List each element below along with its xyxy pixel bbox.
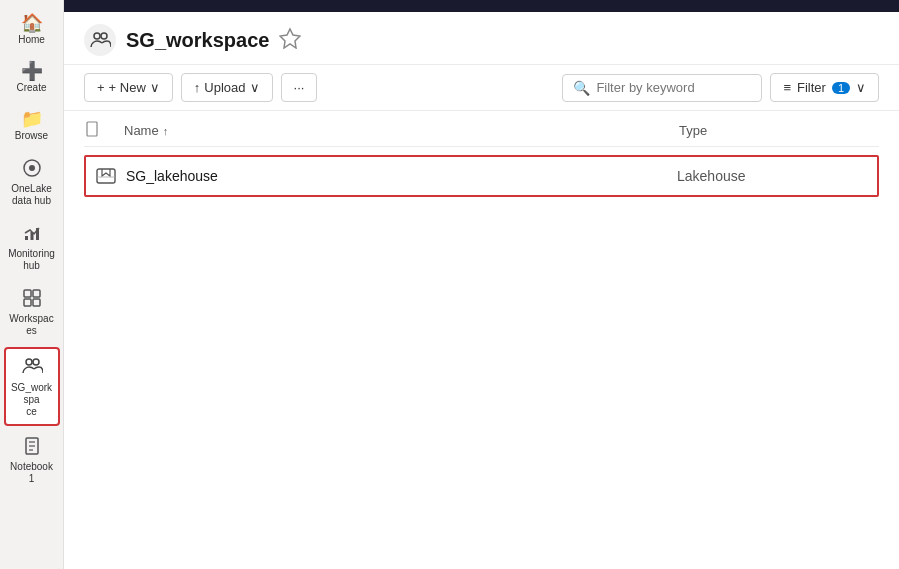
- svg-point-15: [94, 33, 100, 39]
- upload-icon: ↑: [194, 80, 201, 95]
- upload-chevron-icon: ∨: [250, 80, 260, 95]
- row-item-icon: [86, 165, 126, 187]
- filter-count-badge: 1: [832, 82, 850, 94]
- monitoring-icon: [22, 223, 42, 246]
- workspace-badge-icon: [279, 27, 301, 53]
- workspace-header: SG_workspace: [64, 12, 899, 65]
- notebook-icon: [22, 436, 42, 459]
- row-item-type: Lakehouse: [677, 168, 877, 184]
- upload-button[interactable]: ↑ Upload ∨: [181, 73, 273, 102]
- main-content: SG_workspace + + New ∨ ↑ Upload ∨ ··· 🔍 …: [64, 0, 899, 569]
- sidebar-item-onelake[interactable]: OneLakedata hub: [4, 152, 60, 213]
- sidebar-item-monitoring[interactable]: Monitoringhub: [4, 217, 60, 278]
- col-icon-header: [84, 121, 124, 140]
- sidebar-item-label: Workspaces: [8, 313, 56, 337]
- onelake-icon: [22, 158, 42, 181]
- sidebar-item-notebook1[interactable]: Notebook 1: [4, 430, 60, 491]
- browse-icon: 📁: [21, 110, 43, 128]
- create-icon: ➕: [21, 62, 43, 80]
- filter-input-wrap: 🔍: [562, 74, 762, 102]
- workspace-icon: [84, 24, 116, 56]
- plus-icon: +: [97, 80, 105, 95]
- svg-rect-5: [24, 290, 31, 297]
- svg-point-1: [29, 165, 35, 171]
- search-icon: 🔍: [573, 80, 590, 96]
- svg-rect-8: [33, 299, 40, 306]
- top-bar: [64, 0, 899, 12]
- filter-label: Filter: [797, 80, 826, 95]
- sidebar-item-label: Create: [16, 82, 46, 94]
- workspace-title: SG_workspace: [126, 29, 269, 52]
- svg-point-10: [33, 359, 39, 365]
- sort-icon: ↑: [163, 125, 169, 137]
- more-button[interactable]: ···: [281, 73, 318, 102]
- upload-label: Upload: [204, 80, 245, 95]
- home-icon: 🏠: [21, 14, 43, 32]
- sidebar-item-create[interactable]: ➕ Create: [4, 56, 60, 100]
- sidebar-item-label: Browse: [15, 130, 48, 142]
- sidebar-item-label: Home: [18, 34, 45, 46]
- row-item-name: SG_lakehouse: [126, 168, 677, 184]
- sidebar-item-label: SG_workspace: [10, 382, 54, 418]
- new-chevron-icon: ∨: [150, 80, 160, 95]
- new-label: + New: [109, 80, 146, 95]
- filter-icon: ≡: [783, 80, 791, 95]
- svg-point-9: [26, 359, 32, 365]
- sg-workspace-icon: [21, 355, 43, 380]
- sidebar-item-label: Monitoringhub: [8, 248, 55, 272]
- sidebar: 🏠 Home ➕ Create 📁 Browse OneLakedata hub…: [0, 0, 64, 569]
- table-row[interactable]: SG_lakehouse Lakehouse: [84, 155, 879, 197]
- svg-rect-2: [25, 236, 28, 240]
- sidebar-item-sg-workspace[interactable]: SG_workspace: [4, 347, 60, 426]
- filter-chevron-icon: ∨: [856, 80, 866, 95]
- svg-point-16: [101, 33, 107, 39]
- new-button[interactable]: + + New ∨: [84, 73, 173, 102]
- filter-input[interactable]: [596, 80, 751, 95]
- toolbar: + + New ∨ ↑ Upload ∨ ··· 🔍 ≡ Filter 1 ∨: [64, 65, 899, 111]
- col-name-header: Name ↑: [124, 123, 679, 138]
- sidebar-item-label: Notebook 1: [8, 461, 56, 485]
- svg-rect-19: [97, 169, 115, 183]
- sidebar-item-home[interactable]: 🏠 Home: [4, 8, 60, 52]
- content-area: Name ↑ Type SG_lakehouse Lakehouse: [64, 111, 899, 569]
- sidebar-item-browse[interactable]: 📁 Browse: [4, 104, 60, 148]
- sidebar-item-workspaces[interactable]: Workspaces: [4, 282, 60, 343]
- filter-button[interactable]: ≡ Filter 1 ∨: [770, 73, 879, 102]
- svg-rect-6: [33, 290, 40, 297]
- svg-rect-18: [87, 122, 97, 136]
- workspaces-icon: [22, 288, 42, 311]
- svg-marker-17: [280, 29, 300, 48]
- svg-rect-7: [24, 299, 31, 306]
- table-header: Name ↑ Type: [84, 111, 879, 147]
- more-icon: ···: [294, 80, 305, 95]
- sidebar-item-label: OneLakedata hub: [11, 183, 52, 207]
- col-type-header: Type: [679, 123, 879, 138]
